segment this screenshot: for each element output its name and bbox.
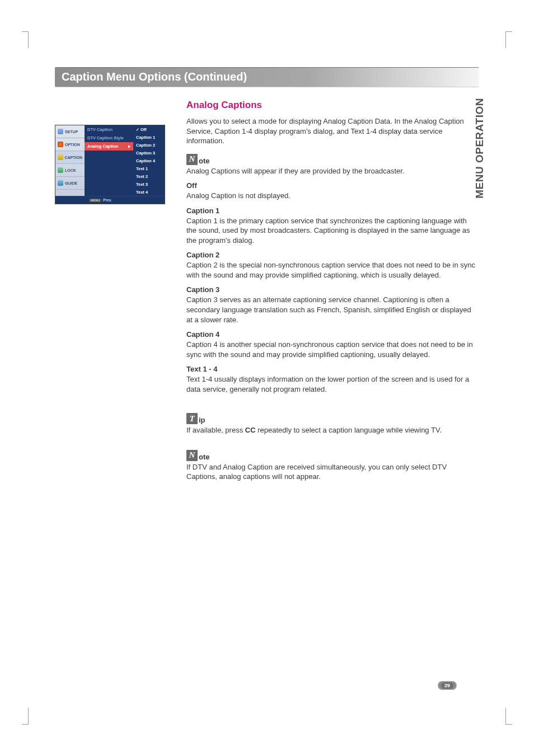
osd-opt-text1: Text 1 — [133, 165, 165, 172]
guide-icon — [58, 180, 63, 186]
tip-heading: Tip — [186, 413, 476, 424]
osd-opt-caption1: Caption 1 — [133, 133, 165, 141]
def-body-caption4: Caption 4 is another special non-synchro… — [186, 340, 476, 359]
note-body-2: If DTV and Analog Caption are received s… — [186, 462, 476, 482]
osd-tab-setup: SETUP — [55, 125, 85, 138]
osd-footer: MENUPrev. — [55, 196, 165, 204]
osd-options: Off Caption 1 Caption 2 Caption 3 Captio… — [133, 125, 165, 196]
def-body-caption3: Caption 3 serves as an alternate caption… — [186, 295, 476, 325]
def-body-caption1: Caption 1 is the primary caption service… — [186, 216, 476, 246]
note-heading-2: Note — [186, 450, 476, 461]
arrow-right-icon — [128, 145, 130, 148]
note-icon: N — [186, 450, 198, 461]
page-number: 29 — [438, 681, 457, 690]
osd-tab-guide: GUIDE — [55, 177, 85, 190]
setup-icon — [58, 129, 63, 134]
note-icon: N — [186, 154, 198, 165]
osd-opt-text3: Text 3 — [133, 180, 165, 188]
menu-button-icon: MENU — [89, 199, 101, 202]
def-head-text1-4: Text 1 - 4 — [186, 365, 476, 373]
osd-opt-caption2: Caption 2 — [133, 141, 165, 149]
tip-body: If available, press CC repeatedly to sel… — [186, 425, 476, 435]
def-body-off: Analog Caption is not displayed. — [186, 191, 476, 201]
osd-tab-option: OPTION — [55, 138, 85, 151]
section-side-tab: MENU OPERATION — [474, 98, 486, 199]
osd-opt-text4: Text 4 — [133, 188, 165, 196]
tip-icon: T — [186, 413, 198, 424]
option-icon — [58, 142, 63, 147]
osd-opt-caption3: Caption 3 — [133, 149, 165, 157]
osd-menu-middle: DTV Caption DTV Caption Style Analog Cap… — [85, 125, 133, 196]
note-body-1: Analog Captions will appear if they are … — [186, 166, 476, 176]
def-head-caption1: Caption 1 — [186, 206, 476, 215]
osd-opt-caption4: Caption 4 — [133, 157, 165, 165]
osd-row-dtv-caption: DTV Caption — [85, 125, 133, 134]
page: Caption Menu Options (Continued) SETUP O… — [0, 0, 534, 486]
def-body-text1-4: Text 1-4 usually displays information on… — [186, 374, 476, 394]
def-head-caption3: Caption 3 — [186, 285, 476, 294]
osd-opt-text2: Text 2 — [133, 172, 165, 180]
lock-icon — [58, 167, 63, 173]
subsection-heading: Analog Captions — [186, 100, 476, 111]
osd-screenshot: SETUP OPTION CAPTION LOCK GUIDE DTV Capt… — [55, 125, 165, 204]
osd-tabs: SETUP OPTION CAPTION LOCK GUIDE — [55, 125, 85, 196]
osd-opt-off: Off — [133, 125, 165, 133]
osd-tab-lock: LOCK — [55, 164, 85, 177]
osd-tab-caption: CAPTION — [55, 151, 85, 164]
osd-row-analog-caption: Analog Caption — [85, 142, 133, 151]
def-head-caption2: Caption 2 — [186, 251, 476, 259]
caption-icon — [58, 154, 63, 160]
def-body-caption2: Caption 2 is the special non-synchronous… — [186, 260, 476, 280]
osd-row-dtv-caption-style: DTV Caption Style — [85, 134, 133, 142]
def-head-off: Off — [186, 181, 476, 190]
intro-paragraph: Allows you to select a mode for displayi… — [186, 116, 476, 146]
page-title-bar: Caption Menu Options (Continued) — [55, 67, 479, 87]
note-heading-1: Note — [186, 154, 476, 165]
def-head-caption4: Caption 4 — [186, 330, 476, 339]
